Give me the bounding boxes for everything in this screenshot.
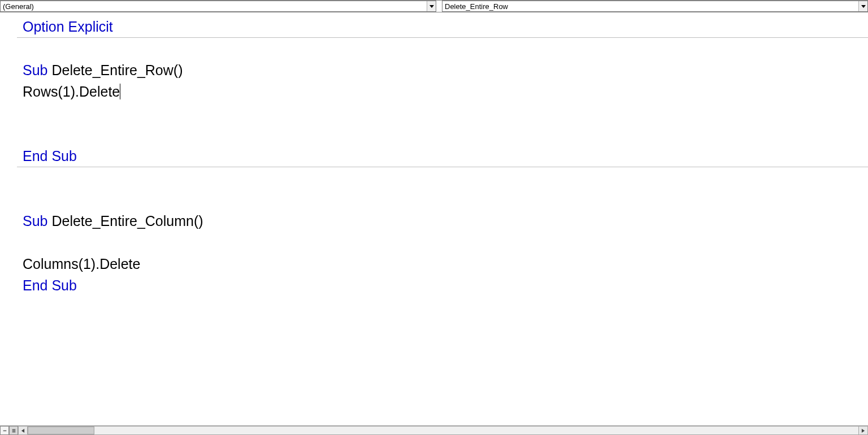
svg-rect-2 [3,430,6,430]
object-dropdown[interactable]: (General) [0,1,436,12]
svg-rect-3 [12,429,15,429]
chevron-down-icon [427,1,436,11]
code-line: Rows(1).Delete [17,81,868,102]
code-line [17,167,868,189]
procedure-view-toggle[interactable] [0,426,9,435]
code-line: End Sub [17,145,868,167]
code-line: Sub Delete_Entire_Row() [17,59,868,81]
code-line [17,38,868,59]
svg-rect-5 [12,431,15,432]
code-statement: Rows(1).Delete [23,81,120,102]
procedure-dropdown-text: Delete_Entire_Row [442,2,858,11]
code-area[interactable]: Option Explicit Sub Delete_Entire_Row() … [17,12,868,425]
svg-rect-4 [12,430,15,430]
scrollbar-thumb[interactable] [28,427,94,434]
procedure-dropdown[interactable]: Delete_Entire_Row [442,1,868,12]
code-line: Columns(1).Delete [17,253,868,275]
code-line [17,232,868,253]
editor-gutter [0,12,17,425]
code-line: End Sub [17,275,868,296]
editor-top-bar: (General) Delete_Entire_Row [0,0,868,12]
editor-bottom-bar [0,425,868,435]
code-line: Sub Delete_Entire_Column() [17,210,868,232]
svg-marker-7 [862,429,865,433]
full-module-view-toggle[interactable] [9,426,18,435]
object-dropdown-text: (General) [1,2,427,11]
code-line [17,189,868,210]
option-explicit-statement: Option Explicit [23,16,113,37]
code-line [17,124,868,145]
code-editor[interactable]: Option Explicit Sub Delete_Entire_Row() … [0,12,868,425]
code-statement: Columns(1).Delete [23,253,140,275]
sub-keyword: Sub [23,210,47,232]
sub-name: Delete_Entire_Column() [47,210,203,232]
svg-marker-0 [429,5,434,8]
end-sub-keyword: End Sub [23,145,77,167]
horizontal-scrollbar[interactable] [18,426,868,435]
code-line: Option Explicit [17,16,868,37]
svg-marker-1 [861,5,866,8]
scroll-right-button[interactable] [858,427,867,434]
sub-keyword: Sub [23,59,47,81]
end-sub-keyword: End Sub [23,275,77,296]
text-cursor [120,84,120,99]
code-line [17,102,868,124]
svg-marker-6 [21,429,24,433]
chevron-down-icon [858,1,867,11]
sub-name: Delete_Entire_Row() [47,59,183,81]
scroll-left-button[interactable] [19,427,28,434]
